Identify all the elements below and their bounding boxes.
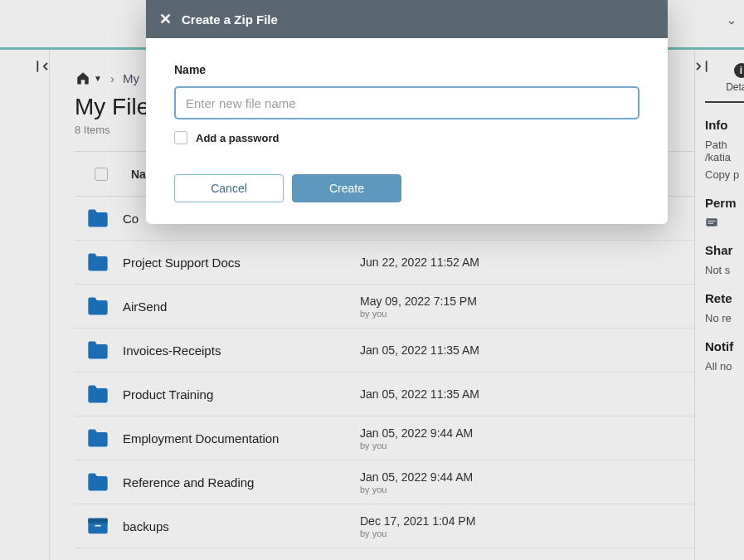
modal-title: Create a Zip File (182, 12, 278, 27)
close-icon[interactable]: ✕ (159, 10, 172, 28)
add-password-checkbox[interactable] (174, 131, 187, 144)
cancel-button[interactable]: Cancel (174, 174, 284, 202)
name-label: Name (174, 63, 639, 76)
add-password-label: Add a password (196, 132, 279, 144)
create-zip-modal: ✕ Create a Zip File Name Add a password … (146, 0, 668, 224)
zip-name-input[interactable] (174, 86, 639, 119)
create-button[interactable]: Create (292, 174, 401, 202)
modal-header: ✕ Create a Zip File (146, 0, 668, 38)
